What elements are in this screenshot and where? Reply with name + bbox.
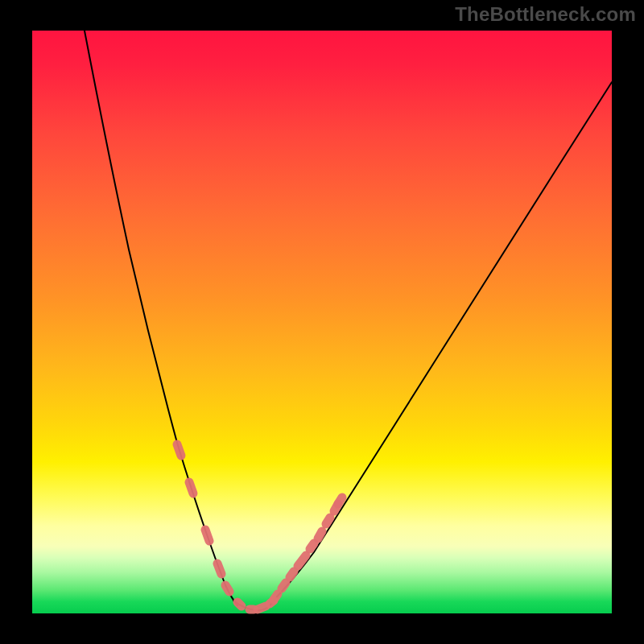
watermark-text: TheBottleneck.com <box>455 3 636 26</box>
svg-line-11 <box>290 572 294 577</box>
bead-cluster-left <box>177 444 274 609</box>
svg-line-13 <box>310 543 314 549</box>
svg-line-1 <box>189 482 193 493</box>
svg-line-2 <box>205 530 209 541</box>
svg-line-10 <box>282 583 286 588</box>
curve-left-branch <box>80 10 237 605</box>
svg-line-0 <box>177 444 181 456</box>
svg-line-4 <box>225 585 229 592</box>
curve-layer <box>32 31 612 613</box>
svg-line-14 <box>318 531 322 539</box>
bead-cluster-right <box>274 497 342 600</box>
svg-line-15 <box>326 518 330 524</box>
plot-area <box>32 31 612 613</box>
svg-line-9 <box>274 594 278 600</box>
chart-frame: TheBottleneck.com <box>0 0 644 644</box>
svg-line-3 <box>217 564 221 574</box>
svg-line-5 <box>237 602 242 606</box>
svg-line-7 <box>258 606 266 609</box>
svg-line-17 <box>338 497 342 504</box>
